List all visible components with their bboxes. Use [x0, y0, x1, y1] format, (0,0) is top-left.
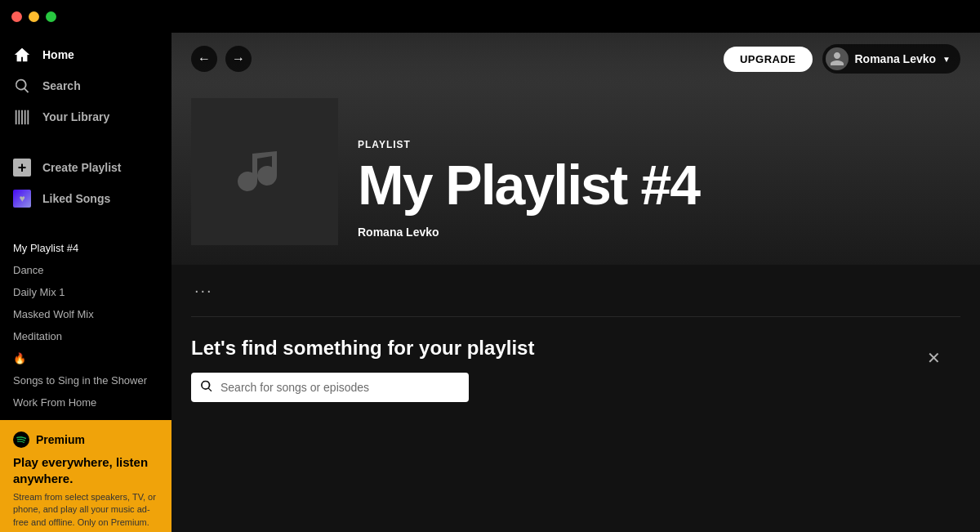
avatar [826, 47, 849, 70]
hero-type-label: PLAYLIST [358, 139, 960, 150]
list-item[interactable]: Meditation [0, 325, 172, 347]
nav-buttons: ← → [191, 46, 252, 72]
more-options-button[interactable]: ··· [191, 278, 216, 303]
minimize-traffic-light[interactable] [29, 11, 39, 22]
content-area: ··· Let's find something for your playli… [172, 265, 980, 532]
topbar-right: UPGRADE Romana Levko ▼ [724, 44, 960, 74]
forward-button[interactable]: → [225, 46, 252, 72]
fullscreen-traffic-light[interactable] [46, 11, 56, 22]
heart-icon: ♥ [13, 190, 31, 208]
sidebar-item-home[interactable]: Home [0, 39, 172, 70]
song-search-input[interactable] [191, 373, 469, 402]
sidebar: Home Search Your Library [0, 33, 172, 532]
user-menu[interactable]: Romana Levko ▼ [822, 44, 961, 74]
liked-songs-item[interactable]: ♥ Liked Songs [0, 183, 172, 214]
back-arrow-icon: ← [198, 51, 211, 66]
sidebar-nav: Home Search Your Library [0, 33, 172, 136]
back-button[interactable]: ← [191, 46, 217, 72]
hero-owner: Romana Levko [358, 226, 960, 239]
find-section-title: Let's find something for your playlist [191, 337, 960, 360]
playlist-artwork [191, 98, 338, 245]
premium-badge: Premium [36, 433, 85, 446]
close-traffic-light[interactable] [11, 11, 22, 22]
music-note-icon [232, 139, 297, 204]
home-icon [13, 46, 31, 64]
search-icon [13, 77, 31, 95]
section-divider [191, 316, 960, 317]
sidebar-item-library[interactable]: Your Library [0, 101, 172, 132]
topbar: ← → UPGRADE Romana Levko ▼ [172, 33, 980, 85]
playlist-list: My Playlist #4 Dance Daily Mix 1 Masked … [0, 230, 172, 420]
search-input-icon [201, 381, 212, 395]
create-playlist-label: Create Playlist [42, 161, 122, 174]
upgrade-button[interactable]: UPGRADE [724, 47, 813, 72]
app-body: Home Search Your Library [0, 33, 980, 532]
sidebar-search-label: Search [42, 79, 81, 92]
chevron-down-icon: ▼ [942, 55, 951, 64]
username-label: Romana Levko [855, 52, 937, 65]
close-button[interactable]: ✕ [927, 350, 941, 366]
premium-tagline: Play everywhere, listen anywhere. [13, 454, 158, 486]
list-item[interactable]: Dance [0, 259, 172, 281]
spotify-logo-icon [13, 431, 29, 448]
titlebar [0, 0, 980, 33]
hero-title: My Playlist #4 [358, 157, 960, 212]
library-icon [13, 108, 31, 126]
list-item[interactable]: My Playlist #4 [0, 237, 172, 259]
premium-header: Premium [13, 431, 158, 448]
list-item[interactable]: 🔥 [0, 347, 172, 369]
sidebar-item-search[interactable]: Search [0, 70, 172, 101]
sidebar-home-label: Home [42, 48, 74, 61]
list-item[interactable]: Songs to Sing in the Shower [0, 369, 172, 391]
hero-info: PLAYLIST My Playlist #4 Romana Levko [358, 139, 960, 245]
main-content: ← → UPGRADE Romana Levko ▼ [172, 33, 980, 532]
search-wrapper [191, 373, 469, 402]
sidebar-actions: + Create Playlist ♥ Liked Songs [0, 149, 172, 217]
list-item[interactable]: Daily Mix 1 [0, 281, 172, 303]
list-item[interactable]: Masked Wolf Mix [0, 303, 172, 325]
premium-banner[interactable]: Premium Play everywhere, listen anywhere… [0, 420, 172, 532]
create-playlist-item[interactable]: + Create Playlist [0, 152, 172, 183]
forward-arrow-icon: → [232, 51, 245, 66]
premium-description: Stream from select speakers, TV, or phon… [13, 491, 158, 529]
liked-songs-label: Liked Songs [42, 192, 110, 205]
plus-icon: + [13, 159, 31, 177]
action-bar: ··· [191, 265, 960, 316]
list-item[interactable]: Work From Home [0, 391, 172, 414]
find-section: Let's find something for your playlist ✕ [191, 337, 960, 402]
sidebar-library-label: Your Library [42, 110, 109, 123]
